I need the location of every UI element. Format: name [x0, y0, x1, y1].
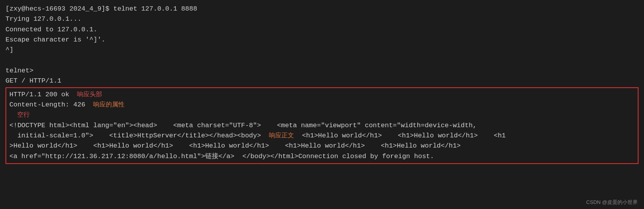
response-box: HTTP/1.1 200 ok 响应头部 Content-Length: 426… [5, 87, 639, 164]
response-line-html2: initial-scale=1.0"> <title>HttpServer</t… [9, 131, 635, 141]
blank-line [5, 56, 639, 66]
terminal: [zxy@hecs-16693 2024_4_9]$ telnet 127.0.… [0, 0, 644, 209]
response-line-content-length: Content-Length: 426 响应的属性 [9, 100, 635, 110]
terminal-line-3: Connected to 127.0.0.1. [5, 25, 639, 35]
annotation-property: 响应的属性 [93, 101, 124, 108]
response-line-html4: <a href="http://121.36.217.12:8080/a/hel… [9, 151, 635, 162]
annotation-header: 响应头部 [77, 91, 102, 97]
annotation-body: 响应正文 [269, 132, 294, 139]
annotation-blank: 空行 [17, 111, 30, 118]
terminal-line-2: Trying 127.0.0.1... [5, 14, 639, 24]
response-line-blank: 空行 [9, 110, 635, 120]
terminal-line-5: ^] [5, 45, 639, 55]
terminal-line-1: [zxy@hecs-16693 2024_4_9]$ telnet 127.0.… [5, 4, 639, 14]
watermark: CSDN @皮蛋的小世界 [586, 199, 638, 206]
response-line-html1: <!DOCTYPE html><html lang="en"><head> <m… [9, 121, 635, 131]
response-line-html3: >Hello world</h1> <h1>Hello world</h1> <… [9, 141, 635, 151]
terminal-line-4: Escape character is '^]'. [5, 35, 639, 45]
terminal-line-6: telnet> [5, 66, 639, 76]
response-line-status: HTTP/1.1 200 ok 响应头部 [9, 90, 635, 100]
terminal-line-7: GET / HTTP/1.1 [5, 76, 639, 86]
